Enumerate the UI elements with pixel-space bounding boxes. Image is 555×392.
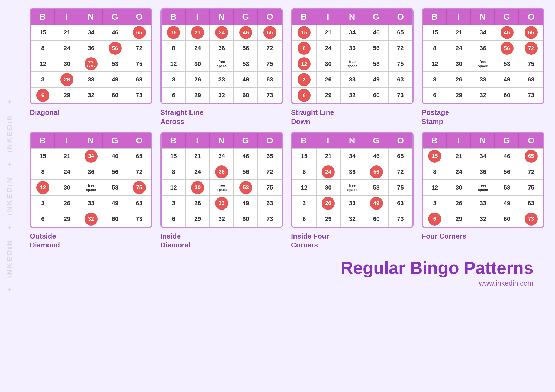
header-letter-I: I xyxy=(186,9,210,25)
cell-r2-c3: 53 xyxy=(364,180,388,195)
cell-r1-c1: 24 xyxy=(186,164,210,180)
header-letter-I: I xyxy=(316,133,340,148)
cell-r3-c0: 3 xyxy=(162,72,186,87)
cell-r1-c2: 36 xyxy=(210,164,234,180)
bingo-card-inside-four-corners: BINGO15213446658243656721230freespace537… xyxy=(291,132,414,228)
cell-r1-c3: 56 xyxy=(234,164,258,180)
card-label-outside-diamond: OutsideDiamond xyxy=(30,232,60,250)
cell-r4-c4: 73 xyxy=(388,87,412,103)
header-letter-B: B xyxy=(31,133,55,148)
bingo-header-outside-diamond: BINGO xyxy=(31,133,151,148)
cell-r3-c0: 3 xyxy=(292,72,316,87)
cell-r1-c0: 8 xyxy=(162,40,186,56)
bingo-body-straight-line-down: 15213446658243656721230freespace53753263… xyxy=(292,25,412,103)
bingo-header-inside-four-corners: BINGO xyxy=(292,133,412,148)
cell-r0-c2: 34 xyxy=(210,25,234,40)
cell-r0-c1: 21 xyxy=(186,25,210,40)
cell-r3-c1: 26 xyxy=(447,195,471,211)
cell-r0-c2: 34 xyxy=(79,148,103,164)
header-letter-G: G xyxy=(103,9,127,25)
cell-r0-c0: 15 xyxy=(292,148,316,164)
cell-r1-c0: 8 xyxy=(423,164,447,180)
cell-r2-c2: freespace xyxy=(340,56,364,72)
cell-r3-c0: 3 xyxy=(423,72,447,87)
cell-r2-c4: 75 xyxy=(258,56,282,72)
header-letter-B: B xyxy=(162,9,186,25)
cell-r3-c1: 26 xyxy=(316,72,340,87)
cell-r0-c0: 15 xyxy=(162,25,186,40)
header-letter-B: B xyxy=(423,9,447,25)
cell-r4-c3: 60 xyxy=(364,211,388,227)
cell-r0-c3: 46 xyxy=(495,148,519,164)
cell-r3-c4: 63 xyxy=(258,72,282,87)
main-content: BINGO15213446658243656721230freespace537… xyxy=(19,0,555,301)
cell-r4-c1: 29 xyxy=(55,87,79,103)
card-label-four-corners: Four Corners xyxy=(422,232,466,241)
cell-r0-c0: 15 xyxy=(423,25,447,40)
cell-r3-c4: 63 xyxy=(127,195,151,211)
cell-r0-c1: 21 xyxy=(186,148,210,164)
header-letter-I: I xyxy=(447,9,471,25)
cell-r1-c4: 72 xyxy=(258,40,282,56)
card-wrapper-straight-line-down: BINGO15213446658243656721230freespace537… xyxy=(291,8,414,126)
cell-r3-c2: 33 xyxy=(210,195,234,211)
header-letter-B: B xyxy=(292,133,316,148)
cell-r2-c4: 75 xyxy=(519,180,543,195)
bingo-body-postage-stamp: 15213446658243656721230freespace53753263… xyxy=(423,25,543,103)
footer-section: Regular Bingo Patternswww.inkedin.com xyxy=(30,255,544,288)
cell-r2-c3: 53 xyxy=(495,56,519,72)
cell-r1-c2: 36 xyxy=(79,164,103,180)
cell-r3-c2: 33 xyxy=(79,195,103,211)
header-letter-N: N xyxy=(79,9,103,25)
bingo-card-straight-line-down: BINGO15213446658243656721230freespace537… xyxy=(291,8,414,104)
cell-r1-c2: 36 xyxy=(210,40,234,56)
bingo-header-four-corners: BINGO xyxy=(423,133,543,148)
header-letter-O: O xyxy=(388,9,412,25)
cell-r2-c3: 53 xyxy=(103,56,127,72)
cell-r3-c3: 49 xyxy=(234,72,258,87)
cell-r0-c0: 15 xyxy=(292,25,316,40)
bingo-header-straight-line-across: BINGO xyxy=(162,9,282,25)
bingo-header-straight-line-down: BINGO xyxy=(292,9,412,25)
cell-r0-c0: 15 xyxy=(31,148,55,164)
cell-r3-c1: 26 xyxy=(55,195,79,211)
cell-r2-c1: 30 xyxy=(55,180,79,195)
cell-r2-c2: freespace xyxy=(210,180,234,195)
bingo-card-straight-line-across: BINGO15213446658243656721230freespace537… xyxy=(160,8,283,104)
cell-r3-c1: 26 xyxy=(316,195,340,211)
cell-r2-c3: 53 xyxy=(495,180,519,195)
header-letter-I: I xyxy=(55,9,79,25)
cell-r3-c2: 33 xyxy=(340,195,364,211)
cell-r3-c2: 33 xyxy=(210,72,234,87)
header-letter-G: G xyxy=(364,133,388,148)
header-letter-O: O xyxy=(388,133,412,148)
cell-r2-c0: 12 xyxy=(292,180,316,195)
cell-r2-c3: 53 xyxy=(364,56,388,72)
cell-r4-c2: 32 xyxy=(340,211,364,227)
cell-r3-c2: 33 xyxy=(471,195,495,211)
cell-r2-c4: 75 xyxy=(258,180,282,195)
cell-r4-c4: 73 xyxy=(258,211,282,227)
cell-r2-c0: 12 xyxy=(423,180,447,195)
card-wrapper-four-corners: BINGO15213446658243656721230freespace537… xyxy=(422,132,544,250)
cell-r3-c3: 49 xyxy=(364,72,388,87)
cell-r0-c3: 46 xyxy=(234,25,258,40)
cell-r0-c0: 15 xyxy=(162,148,186,164)
cell-r2-c4: 75 xyxy=(388,56,412,72)
footer-title: Regular Bingo Patterns xyxy=(341,258,533,278)
bingo-card-postage-stamp: BINGO15213446658243656721230freespace537… xyxy=(422,8,544,104)
cell-r4-c0: 6 xyxy=(423,211,447,227)
cell-r3-c3: 49 xyxy=(103,195,127,211)
cell-r4-c4: 73 xyxy=(519,87,543,103)
cell-r4-c2: 32 xyxy=(340,87,364,103)
card-wrapper-postage-stamp: BINGO15213446658243656721230freespace537… xyxy=(422,8,544,126)
header-letter-B: B xyxy=(292,9,316,25)
cell-r2-c2: freespace xyxy=(471,180,495,195)
watermark-icon-2: ✦ xyxy=(7,161,12,168)
cell-r4-c1: 29 xyxy=(316,87,340,103)
cell-r0-c3: 46 xyxy=(234,148,258,164)
cell-r2-c4: 75 xyxy=(388,180,412,195)
cell-r2-c1: 30 xyxy=(447,180,471,195)
cell-r0-c1: 21 xyxy=(55,25,79,40)
cell-r4-c2: 32 xyxy=(210,87,234,103)
